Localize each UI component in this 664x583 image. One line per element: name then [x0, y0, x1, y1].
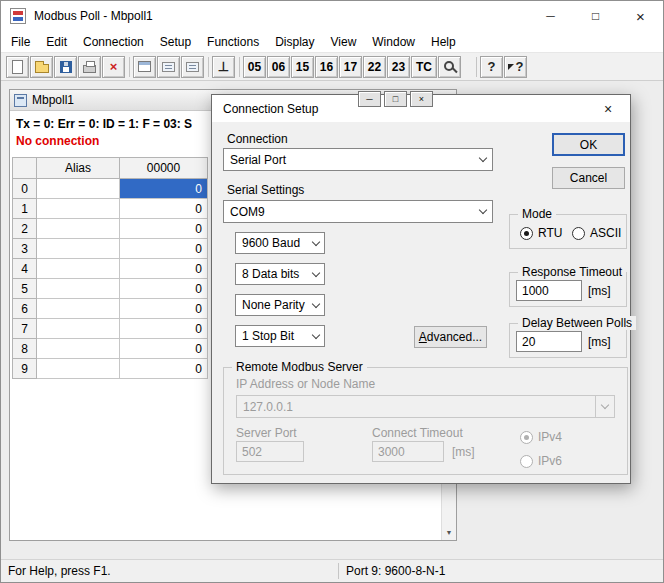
alias-cell[interactable]	[37, 199, 120, 219]
toolbar-separator	[476, 57, 477, 77]
cut-button[interactable]: ×	[102, 56, 125, 78]
fc06-button[interactable]: 06	[267, 56, 290, 78]
radio-icon	[520, 431, 533, 444]
alias-cell[interactable]	[37, 219, 120, 239]
radio-ascii[interactable]: ASCII	[572, 226, 621, 240]
context-help-button[interactable]: ?	[504, 56, 527, 78]
menu-item-window[interactable]: Window	[364, 31, 423, 53]
open-button[interactable]	[30, 56, 53, 78]
value-cell[interactable]: 0	[120, 279, 208, 299]
child-maximize-button[interactable]: □	[384, 91, 407, 107]
display-setup-button[interactable]	[181, 56, 204, 78]
radio-rtu[interactable]: RTU	[520, 226, 562, 240]
maximize-button[interactable]: □	[573, 1, 618, 31]
table-row: 30	[13, 239, 208, 259]
dropdown-button	[308, 295, 324, 315]
row-header-cell[interactable]: 0	[13, 179, 37, 199]
ip-address-select: 127.0.0.1	[236, 395, 615, 418]
connect-timeout-label: Connect Timeout	[372, 426, 463, 440]
communication-traffic-button[interactable]	[157, 56, 180, 78]
read-write-definition-button[interactable]	[133, 56, 156, 78]
alias-cell[interactable]	[37, 339, 120, 359]
response-timeout-input[interactable]	[516, 280, 582, 301]
title-bar[interactable]: Modbus Poll - Mbpoll1 ─ □ ×	[1, 1, 663, 31]
fc15-button[interactable]: 15	[291, 56, 314, 78]
fc23-button[interactable]: 23	[387, 56, 410, 78]
baud-rate-select[interactable]: 9600 Baud	[235, 232, 325, 254]
ok-button[interactable]: OK	[552, 133, 625, 156]
parity-select[interactable]: None Parity	[235, 294, 325, 316]
row-header-cell[interactable]: 5	[13, 279, 37, 299]
row-header-cell[interactable]: 9	[13, 359, 37, 379]
row-header-cell[interactable]: 2	[13, 219, 37, 239]
connection-button[interactable]: ⊥	[212, 56, 235, 78]
close-button[interactable]: ×	[618, 1, 663, 31]
row-header-cell[interactable]: 6	[13, 299, 37, 319]
value-cell[interactable]: 0	[120, 299, 208, 319]
menu-item-setup[interactable]: Setup	[152, 31, 199, 53]
value-cell[interactable]: 0	[120, 319, 208, 339]
advanced-button[interactable]: Advanced...	[414, 326, 487, 348]
grid-header-corner[interactable]	[13, 158, 37, 179]
child-close-button[interactable]: ×	[410, 91, 433, 107]
dialog-close-button[interactable]: ×	[586, 95, 630, 122]
about-button[interactable]: ?	[480, 56, 503, 78]
window-title: Modbus Poll - Mbpoll1	[34, 9, 153, 23]
open-folder-icon	[35, 64, 49, 73]
status-help-text: For Help, press F1.	[8, 564, 111, 578]
row-header-cell[interactable]: 8	[13, 339, 37, 359]
fc16-button[interactable]: 16	[315, 56, 338, 78]
save-icon	[60, 61, 72, 73]
minimize-button[interactable]: ─	[528, 1, 573, 31]
value-cell[interactable]: 0	[120, 239, 208, 259]
zoom-button[interactable]	[438, 56, 461, 78]
menu-item-help[interactable]: Help	[423, 31, 464, 53]
menu-item-edit[interactable]: Edit	[38, 31, 75, 53]
save-button[interactable]	[54, 56, 77, 78]
alias-cell[interactable]	[37, 319, 120, 339]
menu-item-view[interactable]: View	[323, 31, 365, 53]
data-bits-select[interactable]: 8 Data bits	[235, 263, 325, 285]
value-cell[interactable]: 0	[120, 179, 208, 199]
delay-input[interactable]	[516, 331, 582, 352]
response-timeout-unit: [ms]	[588, 284, 611, 298]
value-cell[interactable]: 0	[120, 259, 208, 279]
menu-item-functions[interactable]: Functions	[199, 31, 267, 53]
fc22-button[interactable]: 22	[363, 56, 386, 78]
fc17-button[interactable]: 17	[339, 56, 362, 78]
grid-header-register[interactable]: 00000	[120, 158, 208, 179]
stop-bits-select[interactable]: 1 Stop Bit	[235, 325, 325, 347]
new-button[interactable]	[6, 56, 29, 78]
test-center-button[interactable]: TC	[411, 56, 437, 78]
document-icon[interactable]	[14, 94, 27, 107]
print-button[interactable]	[78, 56, 101, 78]
alias-cell[interactable]	[37, 239, 120, 259]
com-port-select[interactable]: COM9	[223, 200, 493, 223]
cancel-button[interactable]: Cancel	[552, 167, 625, 189]
alias-cell[interactable]	[37, 299, 120, 319]
value-cell[interactable]: 0	[120, 359, 208, 379]
grid-header-alias[interactable]: Alias	[37, 158, 120, 179]
remote-server-label: Remote Modbus Server	[232, 360, 367, 374]
connection-type-select[interactable]: Serial Port	[223, 148, 493, 171]
menu-item-file[interactable]: File	[3, 31, 38, 53]
alias-cell[interactable]	[37, 279, 120, 299]
row-header-cell[interactable]: 3	[13, 239, 37, 259]
value-cell[interactable]: 0	[120, 199, 208, 219]
child-minimize-button[interactable]: ─	[358, 91, 381, 107]
chevron-down-icon	[312, 299, 320, 307]
row-header-cell[interactable]: 1	[13, 199, 37, 219]
menu-item-display[interactable]: Display	[267, 31, 322, 53]
alias-cell[interactable]	[37, 259, 120, 279]
menu-item-connection[interactable]: Connection	[75, 31, 152, 53]
fc05-button[interactable]: 05	[243, 56, 266, 78]
row-header-cell[interactable]: 4	[13, 259, 37, 279]
app-icon[interactable]	[10, 8, 26, 24]
alias-cell[interactable]	[37, 179, 120, 199]
value-cell[interactable]: 0	[120, 339, 208, 359]
scroll-down-button[interactable]: ▼	[442, 525, 456, 540]
scroll-down-icon: ▼	[446, 529, 453, 536]
row-header-cell[interactable]: 7	[13, 319, 37, 339]
alias-cell[interactable]	[37, 359, 120, 379]
value-cell[interactable]: 0	[120, 219, 208, 239]
